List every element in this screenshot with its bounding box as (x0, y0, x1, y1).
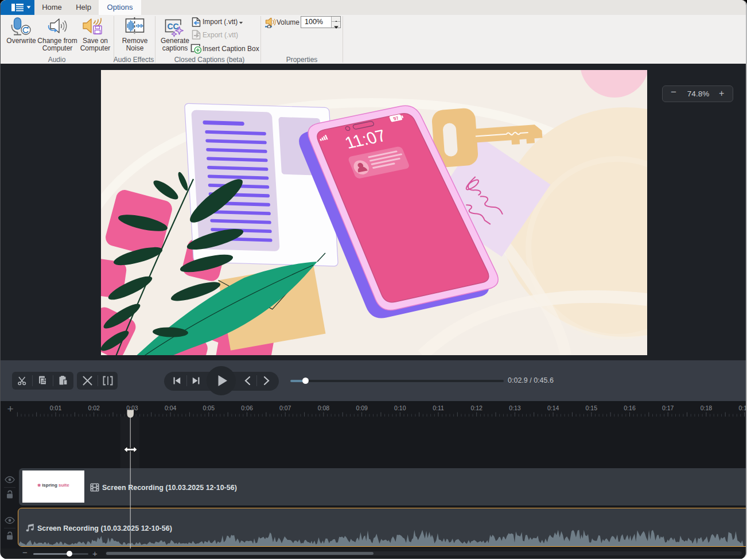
svg-text:CC: CC (167, 22, 178, 31)
